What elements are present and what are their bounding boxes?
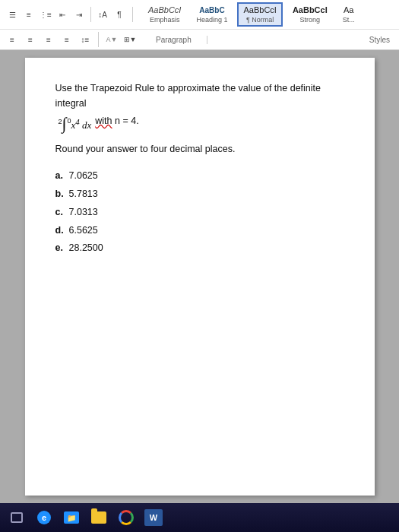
paragraph-icons: ☰ ≡ ⋮≡ ⇤ ⇥ ↕A ¶ (5, 7, 127, 22)
list-number-icon[interactable]: ≡ (21, 8, 36, 21)
integrand: x4 dx (71, 116, 92, 134)
answer-value: 7.0313 (69, 204, 98, 222)
taskbar-word-btn[interactable]: W (141, 507, 166, 528)
ribbon: ☰ ≡ ⋮≡ ⇤ ⇥ ↕A ¶ AaBbCcI Emphasis AaBbC H… (0, 0, 399, 50)
question-text: Use the Trapezoid Rule to approximate th… (55, 81, 344, 134)
align-center-icon[interactable]: ≡ (23, 33, 38, 46)
divider2 (132, 7, 133, 22)
answer-letter: e. (55, 239, 65, 258)
list-bullet-icon[interactable]: ☰ (5, 8, 20, 21)
ribbon-row2: ≡ ≡ ≡ ≡ ↕≡ A▼ ⊞▼ Paragraph Styles (0, 30, 399, 49)
normal-preview: AaBbCcI (243, 5, 276, 15)
desktop-icon (11, 512, 23, 523)
style-normal[interactable]: AaBbCcI ¶ Normal (237, 2, 282, 27)
folder-icon (91, 511, 106, 524)
style-more[interactable]: Aa St... (337, 3, 360, 26)
answer-value: 5.7813 (69, 185, 98, 204)
answer-item: e.28.2500 (55, 239, 344, 258)
word-icon: W (144, 509, 163, 526)
indent-icon[interactable]: ⇥ (71, 8, 87, 21)
taskbar-desktop-btn[interactable] (5, 507, 29, 528)
taskbar-files-btn[interactable]: 📁 (59, 507, 84, 528)
answer-item: c.7.0313 (55, 204, 344, 222)
heading1-preview: AaBbC (199, 6, 224, 15)
style-heading1[interactable]: AaBbC Heading 1 (191, 4, 233, 26)
emphasis-preview: AaBbCcI (148, 5, 181, 15)
justify-icon[interactable]: ≡ (59, 33, 74, 46)
emphasis-label: Emphasis (150, 16, 180, 24)
document-area: Use the Trapezoid Rule to approximate th… (0, 50, 399, 503)
ie-icon: e (37, 511, 51, 524)
answer-item: b.5.7813 (55, 185, 344, 204)
shading-icon[interactable]: A▼ (104, 33, 119, 46)
integral-symbol: ∫ (62, 116, 67, 132)
taskbar: e 📁 W (0, 503, 399, 532)
align-right-icon[interactable]: ≡ (41, 33, 56, 46)
style-strong[interactable]: AaBbCcI Strong (287, 3, 333, 26)
answer-letter: a. (55, 167, 65, 185)
files-icon: 📁 (64, 511, 79, 524)
styles-area: AaBbCcI Emphasis AaBbC Heading 1 AaBbCcI… (143, 2, 360, 27)
ribbon-row1: ☰ ≡ ⋮≡ ⇤ ⇥ ↕A ¶ AaBbCcI Emphasis AaBbC H… (0, 0, 399, 30)
with-underline: with (95, 116, 112, 126)
align-left-icon[interactable]: ≡ (5, 33, 20, 46)
answer-letter: d. (55, 222, 65, 240)
answer-letter: b. (55, 185, 65, 204)
more-label: St... (343, 16, 355, 24)
answer-value: 7.0625 (69, 167, 98, 185)
sort-icon[interactable]: ↕A (95, 8, 110, 21)
taskbar-folder-btn[interactable] (87, 507, 111, 528)
rounding-instruction: Round your answer to four decimal places… (55, 141, 344, 157)
heading1-label: Heading 1 (196, 16, 227, 24)
divider3 (98, 32, 99, 47)
document-page: Use the Trapezoid Rule to approximate th… (25, 58, 375, 496)
integral-expression: 2 ∫ 0 x4 dx (57, 116, 92, 134)
answer-list: a.7.0625b.5.7813c.7.0313d.6.5625e.28.250… (55, 167, 344, 258)
pilcrow-icon[interactable]: ¶ (112, 8, 127, 21)
outdent-icon[interactable]: ⇤ (55, 8, 70, 21)
normal-label: ¶ Normal (246, 16, 274, 24)
with-n-text: with n = 4. (95, 113, 138, 128)
divider1 (90, 7, 91, 22)
styles-label: Styles (369, 36, 394, 44)
chrome-icon (119, 510, 134, 525)
answer-item: d.6.5625 (55, 222, 344, 240)
question-part1: Use the Trapezoid Rule to approximate th… (55, 81, 344, 111)
strong-label: Strong (300, 16, 321, 24)
list-multilevel-icon[interactable]: ⋮≡ (38, 8, 53, 21)
line-spacing-icon[interactable]: ↕≡ (78, 33, 93, 46)
answer-item: a.7.0625 (55, 167, 344, 185)
border-icon[interactable]: ⊞▼ (122, 33, 138, 46)
style-emphasis[interactable]: AaBbCcI Emphasis (143, 3, 186, 26)
more-preview: Aa (344, 5, 353, 15)
answer-letter: c. (55, 204, 65, 222)
taskbar-chrome-btn[interactable] (114, 507, 138, 528)
answer-value: 28.2500 (69, 239, 103, 258)
strong-preview: AaBbCcI (293, 5, 328, 15)
taskbar-ie-btn[interactable]: e (32, 507, 56, 528)
answer-value: 6.5625 (69, 222, 98, 240)
paragraph-label: Paragraph (141, 36, 207, 44)
